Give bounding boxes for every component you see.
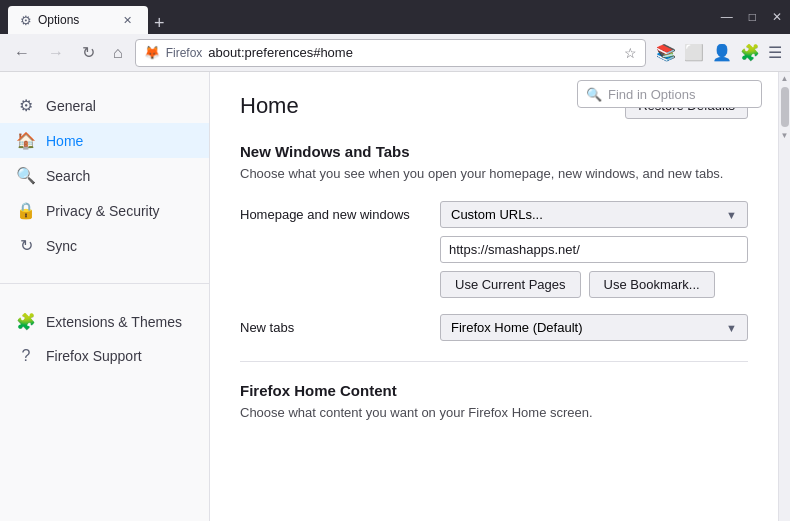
minimize-button[interactable]: — bbox=[721, 10, 733, 24]
extensions-icon: 🧩 bbox=[16, 312, 36, 331]
homepage-setting-row: Homepage and new windows Custom URLs... … bbox=[240, 201, 748, 298]
home-button[interactable]: ⌂ bbox=[107, 40, 129, 66]
sidebar-label-general: General bbox=[46, 98, 96, 114]
browser-icon: 🦊 bbox=[144, 45, 160, 60]
sync-icon: ↻ bbox=[16, 236, 36, 255]
sidebar-divider bbox=[0, 283, 209, 284]
maximize-button[interactable]: □ bbox=[749, 10, 756, 24]
sidebar-item-sync[interactable]: ↻ Sync bbox=[0, 228, 209, 263]
sidebar-item-home[interactable]: 🏠 Home bbox=[0, 123, 209, 158]
toolbar-icons: 📚 ⬜ 👤 🧩 ☰ bbox=[656, 43, 782, 62]
account-icon[interactable]: 👤 bbox=[712, 43, 732, 62]
forward-button[interactable]: → bbox=[42, 40, 70, 66]
page-title: Home bbox=[240, 93, 299, 119]
sidebar-item-extensions[interactable]: 🧩 Extensions & Themes bbox=[0, 304, 209, 339]
use-current-pages-button[interactable]: Use Current Pages bbox=[440, 271, 581, 298]
new-tabs-setting-row: New tabs Firefox Home (Default) ▼ bbox=[240, 314, 748, 341]
library-icon[interactable]: 📚 bbox=[656, 43, 676, 62]
sidebar-label-home: Home bbox=[46, 133, 83, 149]
scroll-thumb[interactable] bbox=[781, 87, 789, 127]
title-bar: ⚙ Options ✕ + — □ ✕ bbox=[0, 0, 790, 34]
sidebar-label-search: Search bbox=[46, 168, 90, 184]
content-area: 🔍 Find in Options Home Restore Defaults … bbox=[210, 72, 778, 521]
section-home-content-title: Firefox Home Content bbox=[240, 382, 748, 399]
sidebar-label-sync: Sync bbox=[46, 238, 77, 254]
bookmark-star-icon[interactable]: ☆ bbox=[624, 45, 637, 61]
scroll-up-button[interactable]: ▲ bbox=[781, 74, 789, 83]
url-bar[interactable]: 🦊 Firefox about:preferences#home ☆ bbox=[135, 39, 646, 67]
main-layout: ⚙ General 🏠 Home 🔍 Search 🔒 Privacy & Se… bbox=[0, 72, 790, 521]
sidebar-item-search[interactable]: 🔍 Search bbox=[0, 158, 209, 193]
reload-button[interactable]: ↻ bbox=[76, 39, 101, 66]
section-home-content-desc: Choose what content you want on your Fir… bbox=[240, 405, 748, 420]
new-tabs-dropdown-value: Firefox Home (Default) bbox=[451, 320, 582, 335]
new-tabs-label: New tabs bbox=[240, 314, 440, 335]
window-close-button[interactable]: ✕ bbox=[772, 10, 782, 24]
homepage-dropdown[interactable]: Custom URLs... ▼ bbox=[440, 201, 748, 228]
window-controls: — □ ✕ bbox=[721, 10, 782, 24]
general-icon: ⚙ bbox=[16, 96, 36, 115]
content-divider bbox=[240, 361, 748, 362]
nav-bar: ← → ↻ ⌂ 🦊 Firefox about:preferences#home… bbox=[0, 34, 790, 72]
homepage-dropdown-value: Custom URLs... bbox=[451, 207, 543, 222]
synced-tabs-icon[interactable]: ⬜ bbox=[684, 43, 704, 62]
sidebar-item-privacy[interactable]: 🔒 Privacy & Security bbox=[0, 193, 209, 228]
home-icon: 🏠 bbox=[16, 131, 36, 150]
sidebar: ⚙ General 🏠 Home 🔍 Search 🔒 Privacy & Se… bbox=[0, 72, 210, 521]
tab-bar: ⚙ Options ✕ + bbox=[8, 0, 713, 34]
use-bookmark-button[interactable]: Use Bookmark... bbox=[589, 271, 715, 298]
sidebar-item-support[interactable]: ? Firefox Support bbox=[0, 339, 209, 373]
homepage-url-input[interactable] bbox=[440, 236, 748, 263]
sidebar-item-general[interactable]: ⚙ General bbox=[0, 88, 209, 123]
find-bar[interactable]: 🔍 Find in Options bbox=[577, 80, 762, 108]
homepage-btn-row: Use Current Pages Use Bookmark... bbox=[440, 271, 748, 298]
homepage-dropdown-arrow: ▼ bbox=[726, 209, 737, 221]
sidebar-label-privacy: Privacy & Security bbox=[46, 203, 160, 219]
support-icon: ? bbox=[16, 347, 36, 365]
tab-label: Options bbox=[38, 13, 79, 27]
find-search-icon: 🔍 bbox=[586, 87, 602, 102]
find-placeholder: Find in Options bbox=[608, 87, 695, 102]
tab-gear-icon: ⚙ bbox=[20, 13, 32, 28]
url-text: about:preferences#home bbox=[208, 45, 353, 60]
sidebar-label-extensions: Extensions & Themes bbox=[46, 314, 182, 330]
search-icon: 🔍 bbox=[16, 166, 36, 185]
active-tab[interactable]: ⚙ Options ✕ bbox=[8, 6, 148, 34]
new-tab-button[interactable]: + bbox=[148, 13, 171, 34]
section-new-windows-title: New Windows and Tabs bbox=[240, 143, 748, 160]
find-bar-container: 🔍 Find in Options bbox=[577, 80, 762, 108]
sidebar-label-support: Firefox Support bbox=[46, 348, 142, 364]
new-tabs-control: Firefox Home (Default) ▼ bbox=[440, 314, 748, 341]
section-new-windows-desc: Choose what you see when you open your h… bbox=[240, 166, 748, 181]
homepage-control: Custom URLs... ▼ Use Current Pages Use B… bbox=[440, 201, 748, 298]
new-tabs-dropdown-arrow: ▼ bbox=[726, 322, 737, 334]
lock-icon: 🔒 bbox=[16, 201, 36, 220]
menu-icon[interactable]: ☰ bbox=[768, 43, 782, 62]
scrollbar[interactable]: ▲ ▼ bbox=[778, 72, 790, 521]
new-tabs-dropdown[interactable]: Firefox Home (Default) ▼ bbox=[440, 314, 748, 341]
scroll-down-button[interactable]: ▼ bbox=[781, 131, 789, 140]
back-button[interactable]: ← bbox=[8, 40, 36, 66]
tab-close-button[interactable]: ✕ bbox=[119, 12, 136, 29]
homepage-label: Homepage and new windows bbox=[240, 201, 440, 222]
url-prefix: Firefox bbox=[166, 46, 203, 60]
addons-icon[interactable]: 🧩 bbox=[740, 43, 760, 62]
